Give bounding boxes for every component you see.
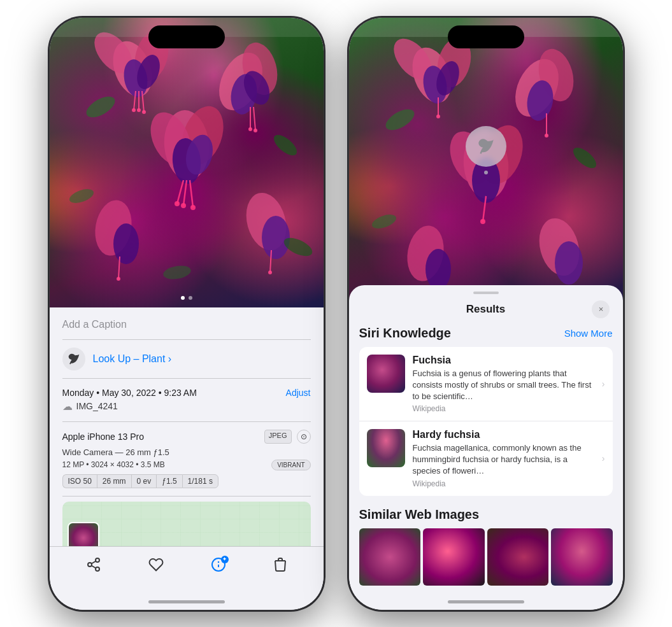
- meta-date-row: Monday • May 30, 2022 • 9:23 AM Adjust: [62, 388, 311, 398]
- hardy-fuchsia-content: Hardy fuchsia Fuchsia magellanica, commo…: [413, 429, 594, 488]
- fuchsia-content: Fuchsia Fuchsia is a genus of flowering …: [413, 355, 594, 414]
- left-screen: Add a Caption Look Up – Plant › Monday •…: [50, 18, 324, 610]
- lookup-row[interactable]: Look Up – Plant ›: [62, 340, 311, 379]
- camera-section: Apple iPhone 13 Pro JPEG ⊙ Wide Camera —…: [62, 422, 311, 497]
- svg-line-24: [183, 180, 187, 206]
- results-header: Results ×: [349, 294, 623, 326]
- flower-illustration: [50, 18, 324, 307]
- delete-button[interactable]: [273, 557, 287, 572]
- right-home-indicator: [448, 600, 524, 603]
- show-more-button[interactable]: Show More: [564, 328, 613, 339]
- right-photo-area: [349, 18, 623, 323]
- megapixels: 12 MP • 3024 × 4032 • 3.5 MB: [62, 460, 165, 469]
- exif-focal: 26 mm: [97, 474, 131, 488]
- specs-row: 12 MP • 3024 × 4032 • 3.5 MB VIBRANT: [62, 460, 311, 470]
- exif-aperture: ƒ1.5: [156, 474, 182, 488]
- fuchsia-source: Wikipedia: [413, 404, 594, 413]
- info-panel: Add a Caption Look Up – Plant › Monday •…: [50, 307, 324, 559]
- similar-image-4[interactable]: [551, 528, 613, 586]
- meta-filename: ☁ IMG_4241: [62, 400, 311, 412]
- svg-point-27: [181, 203, 186, 208]
- svg-point-69: [425, 249, 451, 290]
- results-panel: Results × Siri Knowledge Show More Fuchs…: [349, 285, 623, 610]
- exif-row: ISO 50 26 mm 0 ev ƒ1.5 1/181 s: [62, 474, 311, 488]
- hardy-fuchsia-desc: Fuchsia magellanica, commonly known as t…: [413, 442, 594, 477]
- favorite-button[interactable]: [148, 557, 164, 572]
- right-screen: Results × Siri Knowledge Show More Fuchs…: [349, 18, 623, 610]
- svg-point-53: [436, 115, 440, 118]
- meta-date: Monday • May 30, 2022 • 9:23 AM: [62, 388, 197, 398]
- trash-icon: [273, 557, 287, 572]
- badges: JPEG ⊙: [264, 430, 311, 444]
- svg-point-40: [68, 186, 96, 206]
- svg-point-42: [162, 264, 192, 281]
- exif-iso: ISO 50: [62, 474, 97, 488]
- heart-icon: [148, 557, 164, 572]
- format-badge: JPEG: [264, 430, 292, 444]
- left-phone: Add a Caption Look Up – Plant › Monday •…: [50, 18, 324, 610]
- flower-photo: [50, 18, 324, 307]
- right-phone: Results × Siri Knowledge Show More Fuchs…: [349, 18, 623, 610]
- svg-point-37: [268, 271, 272, 274]
- lookup-icon: [62, 348, 85, 370]
- siri-knowledge-title: Siri Knowledge: [359, 326, 451, 341]
- svg-point-35: [262, 216, 290, 259]
- svg-point-67: [370, 211, 398, 231]
- svg-point-33: [117, 277, 120, 281]
- similar-image-1[interactable]: [359, 528, 421, 586]
- dynamic-island: [148, 25, 225, 48]
- photo-area[interactable]: [50, 18, 324, 307]
- photo-dots: [181, 296, 192, 300]
- svg-point-17: [248, 127, 252, 131]
- style-badge: VIBRANT: [271, 460, 310, 470]
- svg-point-8: [137, 108, 141, 112]
- lookup-text: Look Up – Plant ›: [93, 353, 172, 365]
- svg-point-9: [142, 110, 146, 114]
- siri-knowledge-header: Siri Knowledge Show More: [349, 326, 623, 347]
- leaf-icon: [68, 353, 80, 365]
- results-title: Results: [466, 303, 505, 316]
- similar-section: Similar Web Images: [349, 497, 623, 586]
- svg-line-26: [177, 180, 183, 204]
- fuchsia-name: Fuchsia: [413, 355, 594, 366]
- hardy-fuchsia-name: Hardy fuchsia: [413, 429, 594, 440]
- visual-search-leaf-icon: [477, 137, 495, 155]
- svg-point-39: [270, 131, 300, 159]
- caption-field[interactable]: Add a Caption: [62, 316, 311, 340]
- meta-section: Monday • May 30, 2022 • 9:23 AM Adjust ☁…: [62, 379, 311, 422]
- lens-info: Wide Camera — 26 mm ƒ1.5: [62, 447, 311, 457]
- similar-image-3[interactable]: [487, 528, 549, 586]
- svg-point-65: [382, 105, 417, 134]
- info-button[interactable]: ✦: [211, 557, 226, 572]
- svg-point-71: [555, 241, 583, 285]
- knowledge-item-fuchsia[interactable]: Fuchsia Fuchsia is a genus of flowering …: [359, 347, 613, 421]
- fuchsia-chevron: ›: [602, 379, 605, 389]
- right-dynamic-island: [448, 25, 524, 48]
- similar-title: Similar Web Images: [359, 507, 613, 522]
- cloud-icon: ☁: [62, 400, 73, 412]
- similar-images: [359, 528, 613, 586]
- home-indicator: [148, 600, 225, 603]
- knowledge-item-hardy-fuchsia[interactable]: Hardy fuchsia Fuchsia magellanica, commo…: [359, 421, 613, 496]
- svg-point-64: [480, 219, 485, 224]
- hardy-fuchsia-chevron: ›: [602, 453, 605, 463]
- knowledge-card: Fuchsia Fuchsia is a genus of flowering …: [359, 347, 613, 496]
- visual-ai-circle[interactable]: [466, 126, 506, 167]
- similar-image-2[interactable]: [423, 528, 485, 586]
- svg-point-31: [113, 223, 139, 264]
- visual-ai-dot: [484, 171, 488, 174]
- share-icon: [86, 557, 101, 572]
- fuchsia-thumbnail: [367, 355, 405, 393]
- photo-dot-2: [189, 296, 192, 300]
- close-button[interactable]: ×: [592, 300, 610, 318]
- camera-model: Apple iPhone 13 Pro: [62, 432, 144, 442]
- hardy-fuchsia-thumbnail: [367, 429, 405, 467]
- camera-top: Apple iPhone 13 Pro JPEG ⊙: [62, 430, 311, 444]
- photo-dot-1: [181, 296, 185, 300]
- exif-shutter: 1/181 s: [182, 474, 218, 488]
- share-button[interactable]: [86, 557, 101, 572]
- adjust-button[interactable]: Adjust: [286, 388, 311, 398]
- svg-line-25: [190, 180, 193, 208]
- settings-icon[interactable]: ⊙: [297, 430, 311, 444]
- svg-point-66: [569, 144, 599, 172]
